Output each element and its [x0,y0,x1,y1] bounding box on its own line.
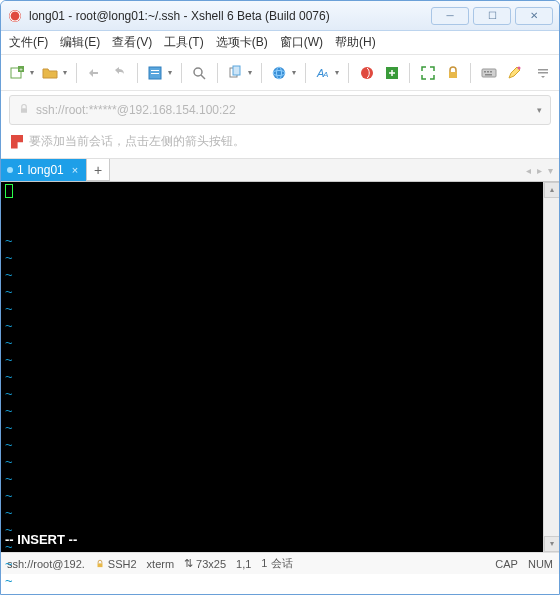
menubar: 文件(F) 编辑(E) 查看(V) 工具(T) 选项卡(B) 窗口(W) 帮助(… [1,31,559,55]
tab-nav: ◂ ▸ ▾ [520,159,559,181]
address-bar[interactable]: ssh://root:******@192.168.154.100:22 ▾ [9,95,551,125]
app-icon [7,8,23,24]
window-controls: ─ ☐ ✕ [431,7,553,25]
separator [217,63,218,83]
tab-status-icon [7,167,13,173]
svg-rect-22 [490,71,492,73]
lock-icon[interactable] [442,62,463,84]
menu-window[interactable]: 窗口(W) [280,34,323,51]
properties-icon[interactable] [145,62,166,84]
menu-edit[interactable]: 编辑(E) [60,34,100,51]
svg-rect-23 [485,74,492,76]
menu-view[interactable]: 查看(V) [112,34,152,51]
lock-icon [95,559,105,569]
toolbar: + ▾ ▾ ▾ ▾ ▾ AA ▾ [1,55,559,91]
tab-label: long01 [28,163,64,177]
vim-mode: -- INSERT -- [5,532,77,548]
status-bar: ssh://root@192. SSH2 xterm ⇅ 73x25 1,1 1… [1,552,559,574]
search-icon[interactable] [189,62,210,84]
svg-point-0 [9,10,21,22]
dropdown-icon[interactable]: ▾ [30,68,34,77]
separator [470,63,471,83]
separator [305,63,306,83]
svg-line-8 [201,75,205,79]
svg-point-7 [194,68,202,76]
xftp-icon[interactable] [381,62,402,84]
hint-bar: 要添加当前会话，点击左侧的箭头按钮。 [1,129,559,158]
minimize-button[interactable]: ─ [431,7,469,25]
tab-list-icon[interactable]: ▾ [548,165,553,176]
dropdown-icon[interactable]: ▾ [63,68,67,77]
separator [137,63,138,83]
status-protocol: SSH2 [95,558,137,570]
svg-text:A: A [322,70,328,79]
scroll-down-icon[interactable]: ▾ [544,536,560,552]
svg-point-16 [361,67,373,79]
highlight-icon[interactable] [503,62,524,84]
toolbar-overflow-icon[interactable] [532,62,553,84]
tab-index: 1 [17,163,24,177]
svg-rect-6 [151,73,159,74]
fullscreen-icon[interactable] [417,62,438,84]
svg-text:+: + [20,66,24,72]
scroll-up-icon[interactable]: ▴ [544,182,560,198]
dropdown-icon[interactable]: ▾ [248,68,252,77]
menu-tabs[interactable]: 选项卡(B) [216,34,268,51]
menu-file[interactable]: 文件(F) [9,34,48,51]
svg-rect-26 [538,72,548,74]
svg-rect-10 [233,66,240,75]
svg-point-11 [273,67,285,79]
font-icon[interactable]: AA [312,62,333,84]
status-size: ⇅ 73x25 [184,557,226,570]
new-session-icon[interactable]: + [7,62,28,84]
dropdown-icon[interactable]: ▾ [168,68,172,77]
terminal[interactable]: ~ ~ ~ ~ ~ ~ ~ ~ ~ ~ ~ ~ ~ ~ ~ ~ ~ ~ ~ ~ … [1,182,559,552]
svg-rect-18 [449,72,457,78]
status-cap: CAP [495,558,518,570]
close-button[interactable]: ✕ [515,7,553,25]
hint-text: 要添加当前会话，点击左侧的箭头按钮。 [29,133,245,150]
svg-rect-19 [482,69,496,77]
xshell-icon[interactable] [356,62,377,84]
svg-rect-5 [151,70,159,71]
tab-bar: 1 long01 × + ◂ ▸ ▾ [1,158,559,182]
maximize-button[interactable]: ☐ [473,7,511,25]
globe-icon[interactable] [269,62,290,84]
window-title: long01 - root@long01:~/.ssh - Xshell 6 B… [29,9,431,23]
svg-rect-20 [484,71,486,73]
status-connection: ssh://root@192. [7,558,85,570]
titlebar: long01 - root@long01:~/.ssh - Xshell 6 B… [1,1,559,31]
tab-prev-icon[interactable]: ◂ [526,165,531,176]
disconnect-icon[interactable] [84,62,105,84]
separator [76,63,77,83]
svg-rect-27 [21,108,27,113]
address-text: ssh://root:******@192.168.154.100:22 [36,103,537,117]
tab-close-icon[interactable]: × [72,164,78,176]
status-sessions: 1 会话 [261,556,292,571]
copy-icon[interactable] [225,62,246,84]
svg-rect-28 [97,563,102,567]
lock-icon [18,103,30,118]
reconnect-icon[interactable] [109,62,130,84]
keyboard-icon[interactable] [478,62,499,84]
flag-icon [11,135,23,149]
status-num: NUM [528,558,553,570]
dropdown-icon[interactable]: ▾ [335,68,339,77]
tab-next-icon[interactable]: ▸ [537,165,542,176]
open-session-icon[interactable] [40,62,61,84]
status-pos: 1,1 [236,558,251,570]
dropdown-icon[interactable]: ▾ [537,105,542,115]
svg-point-24 [517,66,520,69]
terminal-scrollbar[interactable]: ▴ ▾ [543,182,559,552]
new-tab-button[interactable]: + [86,159,110,181]
separator [181,63,182,83]
cursor [5,184,13,198]
svg-rect-25 [538,69,548,71]
menu-tools[interactable]: 工具(T) [164,34,203,51]
menu-help[interactable]: 帮助(H) [335,34,376,51]
dropdown-icon[interactable]: ▾ [292,68,296,77]
separator [348,63,349,83]
session-tab[interactable]: 1 long01 × [1,159,87,181]
svg-rect-21 [487,71,489,73]
separator [409,63,410,83]
